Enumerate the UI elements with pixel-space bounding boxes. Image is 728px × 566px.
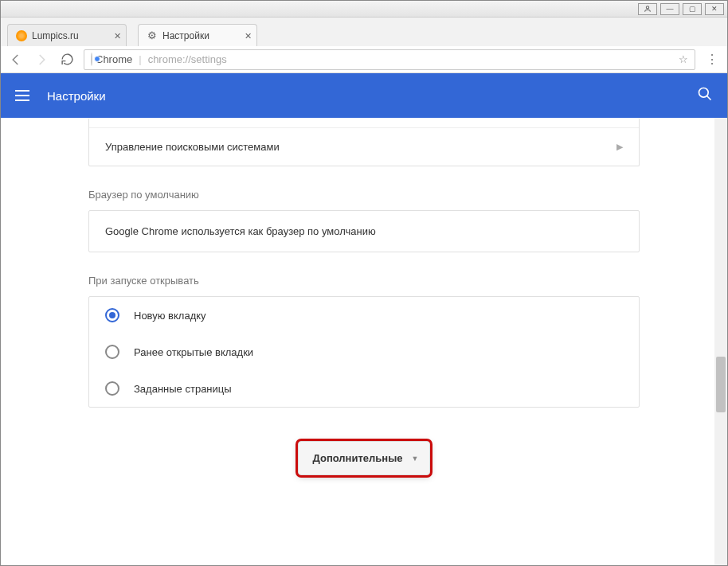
page-title: Настройки xyxy=(47,89,106,103)
radio-unselected-icon xyxy=(105,345,119,359)
svg-line-2 xyxy=(707,96,711,100)
window: — ▢ ✕ Lumpics.ru ✕ ⚙ Настройки ✕ Chrome xyxy=(0,0,728,566)
startup-option-continue[interactable]: Ранее открытые вкладки xyxy=(89,334,639,370)
option-label: Заданные страницы xyxy=(134,383,232,395)
scrollbar[interactable] xyxy=(714,118,727,565)
default-browser-card: Google Chrome используется как браузер п… xyxy=(88,210,640,252)
reload-button[interactable] xyxy=(58,51,76,68)
bookmark-star-icon[interactable]: ☆ xyxy=(679,53,688,65)
forward-button[interactable] xyxy=(33,51,50,68)
settings-header: Настройки xyxy=(1,73,727,118)
close-icon[interactable]: ✕ xyxy=(245,30,252,41)
back-button[interactable] xyxy=(7,51,25,68)
window-titlebar: — ▢ ✕ xyxy=(1,1,727,18)
svg-point-1 xyxy=(699,88,709,98)
startup-option-new-tab[interactable]: Новую вкладку xyxy=(89,297,639,334)
radio-unselected-icon xyxy=(105,381,119,396)
divider: | xyxy=(139,53,141,65)
settings-body: Управление поисковыми системами ▶ Браузе… xyxy=(1,118,727,491)
section-on-startup-label: При запуске открывать xyxy=(88,275,640,287)
site-info[interactable]: Chrome xyxy=(91,53,132,65)
card-row-clipped xyxy=(89,118,639,127)
svg-point-0 xyxy=(646,6,648,9)
advanced-button[interactable]: Дополнительные ▼ xyxy=(298,441,431,475)
row-label: Управление поисковыми системами xyxy=(105,141,280,153)
manage-search-engines-row[interactable]: Управление поисковыми системами ▶ xyxy=(89,127,639,166)
search-engine-card: Управление поисковыми системами ▶ xyxy=(88,118,640,166)
tab-title: Lumpics.ru xyxy=(32,30,79,41)
radio-selected-icon xyxy=(105,308,119,322)
advanced-button-label: Дополнительные xyxy=(313,452,403,464)
option-label: Ранее открытые вкладки xyxy=(134,346,253,358)
tab-lumpics[interactable]: Lumpics.ru ✕ xyxy=(7,24,127,46)
kebab-menu-icon[interactable]: ⋮ xyxy=(703,52,721,67)
address-bar[interactable]: Chrome | chrome://settings ☆ xyxy=(84,49,695,70)
option-label: Новую вкладку xyxy=(134,310,206,322)
scroll-thumb[interactable] xyxy=(716,357,726,412)
user-icon[interactable] xyxy=(638,3,657,15)
advanced-section: Дополнительные ▼ xyxy=(1,441,727,475)
on-startup-card: Новую вкладку Ранее открытые вкладки Зад… xyxy=(88,296,640,408)
scroll-area: Управление поисковыми системами ▶ Браузе… xyxy=(1,118,727,565)
default-browser-status: Google Chrome используется как браузер п… xyxy=(105,225,376,237)
orange-circle-icon xyxy=(16,30,27,41)
secure-label: Chrome xyxy=(96,53,132,65)
chrome-icon xyxy=(91,53,92,65)
maximize-button[interactable]: ▢ xyxy=(683,3,702,15)
startup-option-specific-pages[interactable]: Заданные страницы xyxy=(89,370,639,407)
tab-strip: Lumpics.ru ✕ ⚙ Настройки ✕ xyxy=(1,18,727,46)
toolbar: Chrome | chrome://settings ☆ ⋮ xyxy=(1,46,727,73)
close-window-button[interactable]: ✕ xyxy=(705,3,724,15)
search-icon[interactable] xyxy=(697,86,713,105)
url-text: chrome://settings xyxy=(148,53,227,65)
tab-settings[interactable]: ⚙ Настройки ✕ xyxy=(138,24,257,46)
gear-icon: ⚙ xyxy=(147,30,158,41)
caret-down-icon: ▼ xyxy=(412,455,419,463)
minimize-button[interactable]: — xyxy=(660,3,679,15)
chevron-right-icon: ▶ xyxy=(616,142,623,152)
section-default-browser-label: Браузер по умолчанию xyxy=(88,189,640,201)
close-icon[interactable]: ✕ xyxy=(114,30,121,41)
tab-title: Настройки xyxy=(162,30,209,41)
menu-icon[interactable] xyxy=(15,90,29,101)
content: Настройки Управление поисковыми системам… xyxy=(1,73,727,565)
